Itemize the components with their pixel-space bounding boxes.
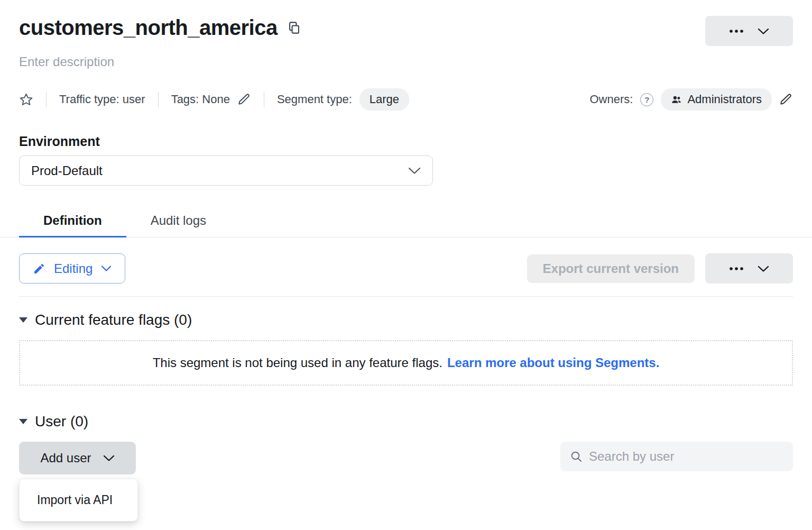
header-more-actions-button[interactable] (705, 16, 793, 46)
collapse-triangle-icon (19, 317, 27, 323)
toolbar-right: Export current version (527, 253, 793, 284)
segment-detail-page: customers_north_america Enter descriptio… (0, 0, 812, 530)
learn-more-link[interactable]: Learn more about using Segments. (447, 355, 659, 370)
feature-flags-section-header[interactable]: Current feature flags (0) (19, 312, 793, 328)
export-current-version-button[interactable]: Export current version (527, 254, 695, 283)
environment-label: Environment (19, 134, 793, 149)
users-icon (671, 94, 682, 105)
owners-value: Administrators (687, 93, 762, 106)
owners-help-icon[interactable]: ? (640, 93, 653, 106)
add-user-label: Add user (40, 451, 91, 465)
meta-divider (158, 92, 159, 107)
favorite-star-icon[interactable] (19, 93, 33, 107)
chevron-down-icon (758, 265, 769, 272)
segment-type-badge: Large (359, 88, 409, 111)
tags-item: Tags: None (171, 93, 251, 106)
editing-mode-button[interactable]: Editing (19, 253, 125, 284)
tab-definition[interactable]: Definition (19, 206, 126, 237)
traffic-type: Traffic type: user (59, 93, 145, 106)
tab-audit-logs[interactable]: Audit logs (126, 206, 230, 237)
title-wrap: customers_north_america (19, 16, 301, 40)
meta-divider (46, 92, 47, 107)
more-options-icon (729, 29, 744, 34)
user-controls: Add user Import via API (19, 442, 793, 474)
segment-type-item: Segment type: Large (277, 88, 409, 111)
user-search-input[interactable] (589, 449, 783, 464)
owners-label: Owners: (589, 93, 633, 106)
collapse-triangle-icon (19, 419, 27, 424)
chevron-down-icon (103, 454, 115, 462)
pencil-icon (33, 262, 45, 275)
copy-name-icon[interactable] (287, 21, 301, 35)
header: customers_north_america (19, 0, 793, 46)
search-icon (570, 450, 583, 463)
user-heading: User (0) (35, 413, 88, 430)
page-title: customers_north_america (19, 16, 278, 40)
edit-owners-pencil-icon[interactable] (779, 93, 793, 106)
chevron-down-icon (101, 265, 112, 272)
owners-badge[interactable]: Administrators (661, 88, 772, 111)
more-options-icon (729, 266, 744, 271)
tab-bar: Definition Audit logs (0, 206, 812, 237)
description-placeholder[interactable]: Enter description (19, 54, 793, 69)
environment-selected-value: Prod-Default (31, 163, 103, 178)
toolbar-more-actions-button[interactable] (705, 253, 793, 284)
toolbar-divider (19, 296, 793, 297)
add-user-wrap: Add user Import via API (19, 442, 136, 474)
meta-row: Traffic type: user Tags: None Segment ty… (19, 88, 793, 111)
user-search-box (560, 442, 793, 471)
environment-select[interactable]: Prod-Default (19, 156, 433, 186)
meta-divider (264, 92, 264, 107)
add-user-dropdown-menu: Import via API (19, 479, 138, 522)
chevron-down-icon (758, 28, 769, 35)
tags-label: Tags: None (171, 93, 230, 106)
editing-label: Editing (54, 261, 93, 276)
menu-item-import-via-api[interactable]: Import via API (20, 479, 137, 521)
owners-group: Owners: ? Administrators (589, 88, 793, 111)
add-user-button[interactable]: Add user (19, 442, 136, 474)
definition-toolbar: Editing Export current version (19, 253, 793, 284)
user-section-header[interactable]: User (0) (19, 413, 793, 430)
empty-state-text: This segment is not being used in any fe… (153, 355, 442, 370)
segment-type-label: Segment type: (277, 93, 352, 106)
chevron-down-icon (408, 167, 421, 175)
feature-flags-heading: Current feature flags (0) (35, 312, 192, 328)
edit-tags-pencil-icon[interactable] (237, 93, 251, 106)
feature-flags-empty-state: This segment is not being used in any fe… (19, 340, 793, 386)
